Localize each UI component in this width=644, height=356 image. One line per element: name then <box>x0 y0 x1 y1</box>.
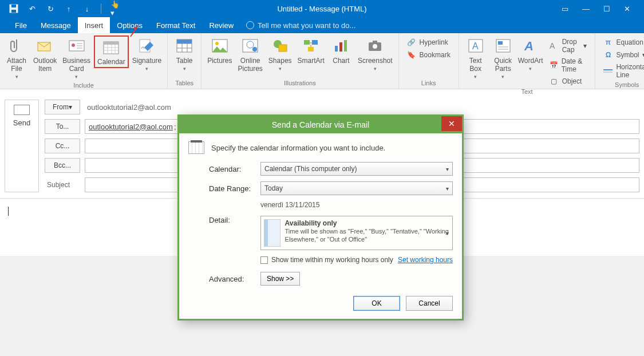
object-label: Object <box>562 77 582 85</box>
outlook-item-button[interactable]: Outlook Item <box>31 35 59 74</box>
cc-button[interactable]: Cc... <box>45 139 80 153</box>
online-pictures-icon <box>241 37 259 55</box>
calendar-dropdown[interactable]: Calendar (This computer only) <box>260 162 453 176</box>
bookmark-label: Bookmark <box>420 51 451 59</box>
hyperlink-button[interactable]: 🔗Hyperlink <box>406 37 452 48</box>
tab-review[interactable]: Review <box>202 17 240 33</box>
detail-dropdown[interactable]: Availability only Time will be shown as … <box>260 216 453 250</box>
svg-rect-30 <box>304 40 310 45</box>
title-bar: ↶ ↻ ↑ ↓ 👆▾ Untitled - Message (HTML) ▭ —… <box>0 0 644 17</box>
svg-text:A: A <box>472 41 479 51</box>
paperclip-icon <box>7 37 26 55</box>
drop-cap-button[interactable]: ADrop Cap ▾ <box>548 37 588 55</box>
ok-button[interactable]: OK <box>353 296 400 311</box>
svg-rect-38 <box>373 41 377 43</box>
table-button[interactable]: Table <box>171 35 197 74</box>
hline-label: Horizontal Line <box>616 63 644 79</box>
drop-cap-icon: A <box>550 41 559 50</box>
text-box-button[interactable]: A Text Box <box>463 35 489 82</box>
date-time-icon: 📅 <box>550 61 558 70</box>
tab-options[interactable]: Options <box>110 17 149 33</box>
calendar-icon <box>188 141 204 154</box>
from-button[interactable]: From ▾ <box>45 100 80 114</box>
group-tables: Table Tables <box>168 33 202 89</box>
recipient-chip[interactable]: outlooktutorial2@aol.com <box>89 122 173 131</box>
signature-icon <box>137 37 156 55</box>
screenshot-button[interactable]: Screenshot <box>355 35 395 74</box>
business-card-button[interactable]: Business Card <box>60 35 93 82</box>
set-working-hours-link[interactable]: Set working hours <box>398 256 453 264</box>
online-pictures-button[interactable]: Online Pictures <box>236 35 265 74</box>
table-label: Table <box>176 57 193 65</box>
undo-icon[interactable]: ↶ <box>27 4 37 13</box>
signature-button[interactable]: Signature <box>130 35 164 74</box>
online-pictures-label: Online Pictures <box>238 57 263 73</box>
subject-label: Subject <box>45 181 80 189</box>
svg-rect-2 <box>11 5 16 7</box>
chart-icon <box>332 37 350 55</box>
equation-button[interactable]: πEquation ▾ <box>602 37 644 48</box>
dialog-close-button[interactable]: ✕ <box>441 116 462 131</box>
smartart-button[interactable]: SmartArt <box>295 35 327 66</box>
quick-parts-button[interactable]: Quick Parts <box>490 35 516 82</box>
wordart-button[interactable]: A WordArt <box>517 35 544 74</box>
text-box-icon: A <box>467 37 485 55</box>
tab-format-text[interactable]: Format Text <box>149 17 202 33</box>
ribbon-display-icon[interactable]: ▭ <box>562 5 568 13</box>
redo-icon[interactable]: ↻ <box>46 4 55 13</box>
tab-file[interactable]: File <box>8 17 34 33</box>
chart-button[interactable]: Chart <box>328 35 354 66</box>
save-icon[interactable] <box>9 4 18 13</box>
detail-field-label: Detail: <box>209 216 255 224</box>
table-icon <box>175 37 193 55</box>
prev-icon[interactable]: ↑ <box>64 4 73 13</box>
calendar-label: Calendar <box>97 58 125 66</box>
pictures-button[interactable]: Pictures <box>205 35 234 66</box>
shapes-label: Shapes <box>268 57 292 65</box>
chart-label: Chart <box>333 57 349 65</box>
separator <box>101 3 101 14</box>
tab-message[interactable]: Message <box>34 17 78 33</box>
svg-rect-33 <box>335 46 338 52</box>
working-hours-checkbox[interactable] <box>260 256 268 264</box>
svg-point-27 <box>252 47 257 52</box>
next-icon[interactable]: ↓ <box>82 4 92 13</box>
horizontal-line-button[interactable]: Horizontal Line <box>602 62 644 80</box>
object-icon: ▢ <box>550 77 559 86</box>
maximize-icon[interactable]: ☐ <box>603 5 610 13</box>
send-button[interactable]: Send <box>5 100 39 192</box>
show-advanced-button[interactable]: Show >> <box>260 272 300 286</box>
calendar-icon <box>102 38 120 56</box>
group-symbols: πEquation ▾ ΩSymbol ▾ Horizontal Line Sy… <box>595 33 644 89</box>
svg-rect-29 <box>279 45 287 52</box>
bcc-button[interactable]: Bcc... <box>45 158 80 173</box>
date-time-button[interactable]: 📅Date & Time <box>548 56 588 74</box>
cancel-button[interactable]: Cancel <box>406 296 453 311</box>
date-time-label: Date & Time <box>562 57 587 73</box>
daterange-dropdown[interactable]: Today <box>260 181 453 195</box>
ribbon: Attach File Outlook Item Business Card C… <box>0 33 644 89</box>
calendar-button[interactable]: Calendar <box>94 35 129 68</box>
shapes-button[interactable]: Shapes <box>266 35 294 74</box>
attach-file-button[interactable]: Attach File <box>3 35 30 82</box>
quick-parts-label: Quick Parts <box>494 57 512 73</box>
advanced-label: Advanced: <box>209 275 255 283</box>
bookmark-button[interactable]: 🔖Bookmark <box>406 49 452 61</box>
tab-insert[interactable]: Insert <box>78 17 110 33</box>
dialog-title-bar[interactable]: Send a Calendar via E-mail ✕ <box>179 116 462 133</box>
omega-icon: Ω <box>603 50 613 60</box>
close-icon[interactable]: ✕ <box>624 5 630 13</box>
hyperlink-label: Hyperlink <box>420 38 448 46</box>
group-label-include: Include <box>3 82 164 90</box>
touch-mode-icon[interactable]: 👆▾ <box>110 4 120 13</box>
from-value: outlooktutorial2@aol.com <box>85 103 171 112</box>
symbol-button[interactable]: ΩSymbol ▾ <box>602 49 644 61</box>
signature-label: Signature <box>132 57 161 65</box>
envelope-clip-icon <box>36 37 54 55</box>
screenshot-label: Screenshot <box>358 57 393 65</box>
to-button[interactable]: To... <box>45 119 80 134</box>
working-hours-label: Show time within my working hours only <box>271 256 393 264</box>
object-button[interactable]: ▢Object <box>548 76 588 87</box>
tell-me-search[interactable]: Tell me what you want to do... <box>240 17 355 33</box>
minimize-icon[interactable]: — <box>582 5 590 13</box>
